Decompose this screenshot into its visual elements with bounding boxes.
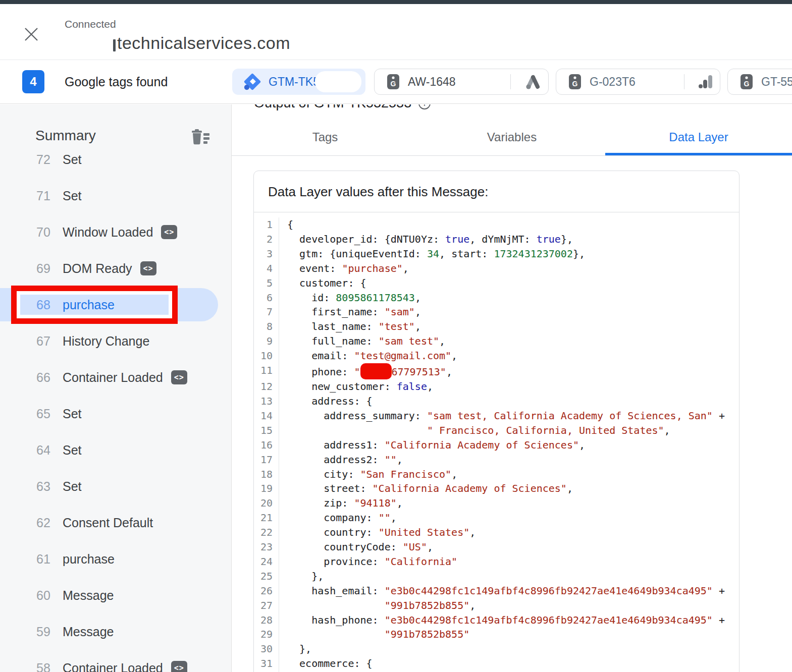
line-number: 24 xyxy=(254,554,279,569)
event-list-item-68[interactable]: 68purchase xyxy=(0,288,218,321)
code-line-21: 21 company: "", xyxy=(254,511,739,525)
content-area: Summary 72Set71Set70Window Loaded<>69DOM… xyxy=(0,104,792,672)
event-list: 72Set71Set70Window Loaded<>69DOM Ready<>… xyxy=(0,154,231,672)
code-line-6: 6 id: 8095861178543, xyxy=(254,291,739,305)
event-label: Set xyxy=(63,189,82,203)
svg-text:G: G xyxy=(391,80,396,88)
tab-bar: Tags Variables Data Layer xyxy=(232,104,792,156)
event-list-item-71[interactable]: 71Set xyxy=(0,179,218,212)
line-number: 28 xyxy=(254,613,279,628)
browser-top-strip xyxy=(0,0,792,4)
line-number: 18 xyxy=(254,467,279,482)
line-number: 21 xyxy=(254,511,279,525)
summary-sidebar: Summary 72Set71Set70Window Loaded<>69DOM… xyxy=(0,104,232,672)
event-list-item-70[interactable]: 70Window Loaded<> xyxy=(0,215,218,249)
line-number: 22 xyxy=(254,525,279,540)
tag-chip-aw[interactable]: G AW-1648 xyxy=(374,69,549,95)
event-number: 59 xyxy=(36,625,56,639)
tag-chip-gtm[interactable]: GTM-TK5 xyxy=(232,69,365,95)
code-line-29: 29 "991b7852b855" xyxy=(254,627,739,642)
code-line-9: 9 full_name: "sam test", xyxy=(254,334,739,349)
code-line-5: 5 customer: { xyxy=(254,276,739,291)
card-title: Data Layer values after this Message: xyxy=(254,171,739,212)
line-number: 20 xyxy=(254,496,279,511)
event-label: purchase xyxy=(63,552,115,567)
line-number: 31 xyxy=(254,656,279,671)
event-label: Consent Default xyxy=(63,516,153,530)
code-line-4: 4 event: "purchase", xyxy=(254,261,739,276)
line-number: 29 xyxy=(254,627,279,642)
domain-row: technicalservices.com xyxy=(113,33,290,53)
code-line-13: 13 address: { xyxy=(254,394,739,409)
line-number: 13 xyxy=(254,394,279,409)
tags-found-label: Google tags found xyxy=(65,75,168,89)
event-number: 67 xyxy=(36,334,56,349)
code-line-16: 16 address1: "California Academy of Scie… xyxy=(254,438,739,453)
svg-text:G: G xyxy=(744,80,750,88)
event-list-item-62[interactable]: 62Consent Default xyxy=(0,506,218,539)
clear-messages-button[interactable] xyxy=(189,127,211,147)
data-layer-code: 1{2 developer_id: {dNTU0Yz: true, dYmNjM… xyxy=(254,212,739,672)
clipped-letter xyxy=(113,39,116,51)
event-list-item-61[interactable]: 61purchase xyxy=(0,542,218,576)
tag-chip-gt[interactable]: G GT-55 xyxy=(727,69,792,95)
code-line-11: 11 phone: "67797513", xyxy=(254,363,739,379)
main-panel: Output of GTM-TK532533 i Tags Variables … xyxy=(232,104,792,672)
tab-tags[interactable]: Tags xyxy=(232,104,418,155)
gtm-diamond-icon xyxy=(243,73,261,91)
close-button[interactable] xyxy=(22,23,44,45)
event-label: Set xyxy=(63,443,82,458)
code-line-17: 17 address2: "", xyxy=(254,453,739,467)
event-list-item-59[interactable]: 59Message xyxy=(0,615,218,648)
line-number: 25 xyxy=(254,569,279,584)
phone-redaction-blob xyxy=(360,363,392,379)
event-list-item-67[interactable]: 67History Change xyxy=(0,324,218,358)
code-line-25: 25 }, xyxy=(254,569,739,584)
event-list-item-65[interactable]: 65Set xyxy=(0,397,218,430)
event-label: Message xyxy=(63,588,114,603)
event-list-item-69[interactable]: 69DOM Ready<> xyxy=(0,252,218,285)
event-number: 61 xyxy=(36,552,56,567)
tab-data-layer[interactable]: Data Layer xyxy=(605,104,792,155)
event-label: Container Loaded xyxy=(63,370,163,385)
line-number: 5 xyxy=(254,276,279,291)
event-list-item-66[interactable]: 66Container Loaded<> xyxy=(0,361,218,394)
line-number: 16 xyxy=(254,438,279,453)
event-list-item-60[interactable]: 60Message xyxy=(0,579,218,612)
event-number: 71 xyxy=(36,189,56,203)
line-number: 6 xyxy=(254,291,279,305)
line-number: 17 xyxy=(254,453,279,467)
tab-variables[interactable]: Variables xyxy=(418,104,605,155)
close-icon xyxy=(22,25,40,43)
tags-count-badge: 4 xyxy=(22,70,44,93)
event-label: Message xyxy=(63,625,114,639)
event-number: 60 xyxy=(36,588,56,603)
code-line-31: 31 ecommerce: { xyxy=(254,656,739,671)
code-line-30: 30 }, xyxy=(254,642,739,656)
event-list-item-63[interactable]: 63Set xyxy=(0,470,218,503)
event-label: DOM Ready xyxy=(63,261,132,276)
line-number: 14 xyxy=(254,409,279,423)
line-number: 30 xyxy=(254,642,279,656)
code-icon: <> xyxy=(171,661,187,672)
event-label: purchase xyxy=(63,298,115,312)
event-label: Container Loaded xyxy=(63,661,163,672)
event-list-item-58[interactable]: 58Container Loaded<> xyxy=(0,651,218,672)
connection-status: Connected xyxy=(65,18,116,30)
redaction-blob-white xyxy=(315,71,361,92)
tag-chip-ga[interactable]: G G-023T6 xyxy=(556,69,720,95)
svg-text:G: G xyxy=(572,80,578,88)
code-line-12: 12 new_customer: false, xyxy=(254,379,739,394)
gtm-chip-label: GTM-TK5 xyxy=(269,75,320,89)
event-number: 72 xyxy=(36,154,56,167)
data-layer-card: Data Layer values after this Message: 1{… xyxy=(253,171,740,672)
code-line-19: 19 street: "California Academy of Scienc… xyxy=(254,481,739,496)
google-ads-icon xyxy=(523,73,542,90)
event-list-item-72[interactable]: 72Set xyxy=(0,154,218,176)
aw-chip-label: AW-1648 xyxy=(408,75,456,89)
event-number: 62 xyxy=(36,516,56,530)
event-number: 69 xyxy=(36,261,56,276)
line-number: 19 xyxy=(254,481,279,496)
event-list-item-64[interactable]: 64Set xyxy=(0,433,218,467)
trash-sweep-icon xyxy=(189,127,211,147)
